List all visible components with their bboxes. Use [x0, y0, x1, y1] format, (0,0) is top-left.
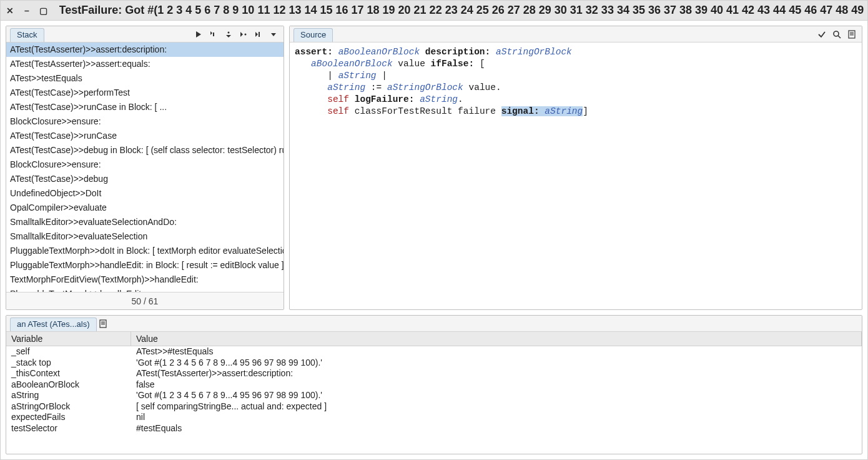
variable-row[interactable]: aBooleanOrBlockfalse [6, 379, 862, 391]
variable-name: aStringOrBlock [6, 401, 131, 412]
variable-value: 'Got #(1 2 3 4 5 6 7 8 9...4 95 96 97 98… [131, 358, 862, 369]
keyword: assert: [295, 47, 333, 57]
window-title: TestFailure: Got #(1 2 3 4 5 6 7 8 9 10 … [59, 4, 864, 17]
run-to-here-icon[interactable] [252, 28, 265, 41]
argument: aStringOrBlock [496, 47, 572, 57]
stack-row[interactable]: UndefinedObject>>DoIt [6, 186, 284, 201]
step-over-icon[interactable] [222, 28, 235, 41]
keyword: logFailure: [355, 94, 415, 104]
variable-value: nil [131, 412, 862, 423]
variable-value: 'Got #(1 2 3 4 5 6 7 8 9...4 95 96 97 98… [131, 390, 862, 401]
stack-counter: 50 / 61 [6, 292, 284, 309]
col-value[interactable]: Value [131, 332, 862, 346]
stack-row[interactable]: PluggableTextMorph>>handleEdit: [6, 287, 284, 292]
page-icon[interactable] [846, 28, 858, 41]
stack-row[interactable]: SmalltalkEditor>>evaluateSelectionAndDo: [6, 215, 284, 229]
tab-source[interactable]: Source [293, 28, 333, 42]
stack-row[interactable]: PluggableTextMorph>>doIt in Block: [ tex… [6, 244, 284, 258]
variable-name: expectedFails [6, 412, 131, 423]
step-into-icon[interactable] [207, 28, 220, 41]
variable-value: [ self comparingStringBe... actual and: … [131, 401, 862, 412]
temp-var: aString [338, 71, 377, 81]
keyword: signal: [501, 106, 540, 116]
pseudo-self: self [327, 106, 349, 116]
maximize-icon[interactable]: ▢ [38, 5, 49, 16]
stack-row[interactable]: ATest(TestCase)>>debug in Block: [ (self… [6, 143, 284, 158]
stack-row[interactable]: ATest(TestCase)>>runCase in Block: [ ... [6, 100, 284, 114]
keyword: ifFalse: [431, 59, 475, 69]
page-icon[interactable] [97, 318, 109, 330]
message: value [398, 59, 425, 69]
stack-row[interactable]: ATest(TestCase)>>debug [6, 172, 284, 186]
content-area: Stack [1, 21, 867, 459]
stack-row[interactable]: ATest(TestAsserter)>>assert:description: [6, 42, 284, 57]
top-row: Stack [6, 26, 862, 310]
variable-row[interactable]: _selfATest>>#testEquals [6, 346, 862, 358]
message: classForTestResult [355, 106, 453, 116]
assign: := [371, 82, 382, 92]
variable-row[interactable]: expectedFailsnil [6, 412, 862, 423]
message: failure [458, 106, 496, 116]
svg-rect-10 [100, 320, 106, 328]
message: value. [468, 82, 501, 92]
variable-value: ATest(TestAsserter)>>assert:description: [131, 368, 862, 379]
variable-name: aString [6, 390, 131, 401]
temp-var: aString [420, 94, 458, 104]
close-icon[interactable]: ✕ [4, 5, 15, 16]
argument: aBooleanOrBlock [338, 47, 420, 57]
minimize-icon[interactable]: – [21, 5, 32, 16]
variable-row[interactable]: _stack top'Got #(1 2 3 4 5 6 7 8 9...4 9… [6, 358, 862, 369]
selection-highlight: signal: aString [501, 106, 583, 116]
temp-var: aString [545, 106, 583, 116]
variable-name: _self [6, 346, 131, 358]
variable-row[interactable]: aString'Got #(1 2 3 4 5 6 7 8 9...4 95 9… [6, 390, 862, 401]
stack-row[interactable]: SmalltalkEditor>>evaluateSelection [6, 229, 284, 244]
source-code[interactable]: assert: aBooleanOrBlock description: aSt… [290, 42, 862, 309]
variable-row[interactable]: _thisContextATest(TestAsserter)>>assert:… [6, 368, 862, 379]
resume-icon[interactable] [192, 28, 205, 41]
titlebar: ✕ – ▢ TestFailure: Got #(1 2 3 4 5 6 7 8… [1, 1, 867, 21]
variable-row[interactable]: testSelector#testEquals [6, 423, 862, 434]
variable-table-header: Variable Value [6, 332, 862, 346]
variable-value: #testEquals [131, 423, 862, 434]
svg-point-2 [245, 33, 247, 35]
variable-name: _stack top [6, 358, 131, 369]
variable-table-body[interactable]: _selfATest>>#testEquals_stack top'Got #(… [6, 346, 862, 454]
svg-rect-3 [259, 32, 260, 37]
stack-row[interactable]: BlockClosure>>ensure: [6, 114, 284, 129]
stack-panel-head: Stack [6, 26, 284, 42]
temp-var: aString [327, 82, 365, 92]
stack-row[interactable]: ATest(TestCase)>>performTest [6, 86, 284, 100]
search-icon[interactable] [831, 28, 843, 41]
argument: aStringOrBlock [387, 82, 463, 92]
stack-row[interactable]: ATest>>testEquals [6, 71, 284, 86]
step-through-icon[interactable] [237, 28, 250, 41]
accept-icon[interactable] [816, 28, 828, 41]
stack-row[interactable]: PluggableTextMorph>>handleEdit: in Block… [6, 258, 284, 272]
stack-row[interactable]: ATest(TestAsserter)>>assert:equals: [6, 57, 284, 71]
stack-row[interactable]: OpalCompiler>>evaluate [6, 201, 284, 215]
svg-rect-6 [849, 31, 855, 38]
stack-list[interactable]: ATest(TestAsserter)>>assert:description:… [6, 42, 284, 292]
argument: aBooleanOrBlock [311, 59, 393, 69]
variable-row[interactable]: aStringOrBlock[ self comparingStringBe..… [6, 401, 862, 412]
stack-panel: Stack [6, 26, 284, 310]
variable-name: aBooleanOrBlock [6, 379, 131, 391]
dropdown-icon[interactable] [267, 28, 280, 41]
variable-value: ATest>>#testEquals [131, 346, 862, 358]
stack-row[interactable]: TextMorphForEditView(TextMorph)>>handleE… [6, 272, 284, 287]
svg-point-1 [228, 31, 230, 33]
variable-name: testSelector [6, 423, 131, 434]
tab-stack[interactable]: Stack [10, 28, 44, 42]
svg-point-4 [834, 31, 839, 36]
stack-row[interactable]: BlockClosure>>ensure: [6, 158, 284, 172]
source-panel-head: Source [290, 26, 862, 42]
col-variable[interactable]: Variable [6, 332, 131, 346]
inspector-head: an ATest (ATes...als) [6, 316, 862, 332]
variable-value: false [131, 379, 862, 391]
tab-inspector[interactable]: an ATest (ATes...als) [10, 318, 97, 331]
svg-line-5 [838, 36, 841, 38]
stack-row[interactable]: ATest(TestCase)>>runCase [6, 129, 284, 143]
source-panel: Source assert: aBooleanOrBlock descripti… [289, 26, 862, 310]
debugger-window: ✕ – ▢ TestFailure: Got #(1 2 3 4 5 6 7 8… [0, 0, 868, 460]
